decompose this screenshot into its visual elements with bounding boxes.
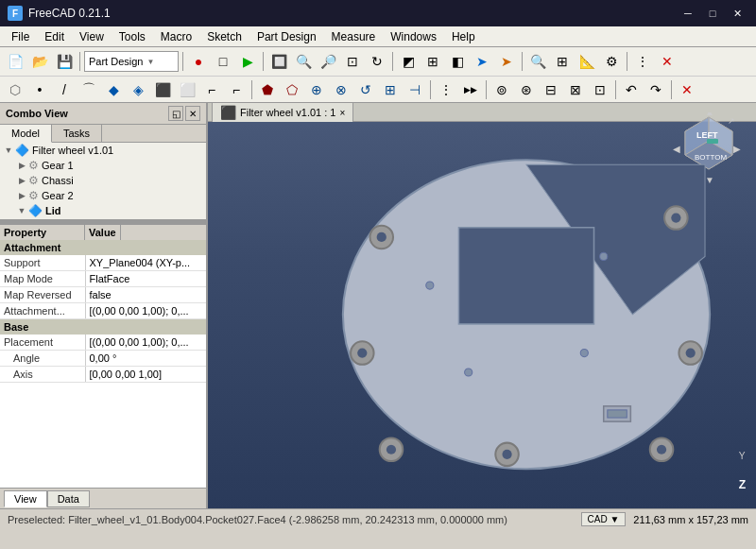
menu-measure[interactable]: Measure [324,28,384,45]
tb-zoom-out[interactable]: 🔎 [317,50,339,73]
dimensions-label: 211,63 mm x 157,23 mm [633,514,748,525]
prop-row-support[interactable]: Support XY_Plane004 (XY-p... [0,255,206,271]
prop-row-mapmode[interactable]: Map Mode FlatFace [0,271,206,287]
tb-settings[interactable]: ⚙ [600,50,623,73]
expand-gear2[interactable]: ▶ [15,191,28,200]
prop-name-axis: Axis [0,367,85,383]
prop-row-placement[interactable]: Placement [(0,00 0,00 1,00); 0,... [0,335,206,351]
expand-chassi[interactable]: ▶ [15,176,28,185]
tb2-array[interactable]: ⊞ [379,78,402,101]
svg-point-28 [502,449,511,458]
maximize-button[interactable]: □ [701,4,724,23]
tb2-extra1[interactable]: ⊚ [490,78,513,101]
left-panel: Combo View ◱ ✕ Model Tasks ▼ 🔷 Filter wh… [0,103,208,508]
tab-data[interactable]: Data [47,490,90,507]
tb-circle[interactable]: ● [187,50,210,73]
tb-square[interactable]: □ [212,50,234,73]
tree-label-root: Filter wheel v1.01 [32,145,113,156]
tb2-more[interactable]: ⋮ [435,78,457,101]
tb2-line[interactable]: / [53,78,76,101]
tb2-arc[interactable]: ⌒ [77,78,100,101]
tb2-point[interactable]: • [28,78,51,101]
workbench-dropdown[interactable]: Part Design ▼ [84,51,179,72]
tb-rotate[interactable]: ↻ [366,50,388,73]
tb2-shape2[interactable]: ◈ [127,78,149,101]
tb2-pad[interactable]: ⬛ [151,78,174,101]
tree-item-gear2[interactable]: ▶ ⚙ Gear 2 [0,188,206,203]
prop-row-angle[interactable]: Angle 0,00 ° [0,351,206,367]
menu-view[interactable]: View [72,28,112,45]
tb-view1[interactable]: ◩ [397,50,420,73]
combo-close-button[interactable]: ✕ [185,106,200,121]
tb2-pocket[interactable]: ⬜ [176,78,198,101]
save-button[interactable]: 💾 [53,50,76,73]
tb-arrow-right2[interactable]: ➤ [495,50,518,73]
combo-view-header: Combo View ◱ ✕ [0,103,206,125]
prop-row-attachment[interactable]: Attachment... [(0,00 0,00 1,00); 0,... [0,303,206,319]
tb-close-toolbar[interactable]: ✕ [656,50,679,73]
tb-measure-tool[interactable]: 📐 [576,50,598,73]
menu-help[interactable]: Help [444,28,483,45]
close-button[interactable]: ✕ [726,4,748,23]
tb-fit-all[interactable]: ⊡ [341,50,364,73]
tb-arrow[interactable]: ▶ [236,50,259,73]
tb2-mirror[interactable]: ⊣ [404,78,426,101]
tb2-extra4[interactable]: ⊠ [564,78,587,101]
prop-row-mapreversed[interactable]: Map Reversed false [0,287,206,303]
prop-val-placement: [(0,00 0,00 1,00); 0,... [85,335,206,351]
menu-file[interactable]: File [4,28,37,45]
tb-grid[interactable]: ⊞ [551,50,574,73]
combo-float-button[interactable]: ◱ [168,106,183,121]
tb2-extra2[interactable]: ⊛ [515,78,538,101]
tb2-extra3[interactable]: ⊟ [540,78,562,101]
tb-arrow-right[interactable]: ➤ [471,50,493,73]
tree-item-lid[interactable]: ▼ 🔷 Lid [0,203,206,218]
expand-lid[interactable]: ▼ [15,206,28,215]
tree-item-chassi[interactable]: ▶ ⚙ Chassi [0,173,206,188]
tb2-shape1[interactable]: ◆ [102,78,125,101]
expand-gear1[interactable]: ▶ [15,161,28,170]
tb-more[interactable]: ⋮ [631,50,654,73]
tb2-rot2[interactable]: ↷ [644,78,667,101]
chassi-icon: ⚙ [28,174,39,187]
tb2-chamfer[interactable]: ⌐ [225,78,248,101]
tab-tasks[interactable]: Tasks [52,125,102,142]
menu-macro[interactable]: Macro [153,28,199,45]
tb-magnify[interactable]: 🔍 [526,50,549,73]
combo-view-title: Combo View [6,108,68,119]
menu-tools[interactable]: Tools [112,28,153,45]
tb2-solid2[interactable]: ⬠ [281,78,303,101]
cad-arrow: ▼ [610,514,619,524]
prop-section-base: Base [0,319,206,335]
open-button[interactable]: 📂 [28,50,51,73]
menu-partdesign[interactable]: Part Design [249,28,324,45]
tab-view[interactable]: View [4,490,47,507]
tb2-more2[interactable]: ▶▶ [459,78,482,101]
tb-view2[interactable]: ⊞ [421,50,444,73]
tb-zoom-area[interactable]: 🔲 [267,50,290,73]
new-button[interactable]: 📄 [4,50,26,73]
tb2-pipe[interactable]: ↺ [354,78,377,101]
menu-sketch[interactable]: Sketch [199,28,249,45]
tb2-hole[interactable]: ⊗ [330,78,352,101]
prop-row-axis[interactable]: Axis [0,00 0,00 1,00] [0,367,206,383]
sep1 [79,52,80,71]
tb-view3[interactable]: ◧ [446,50,469,73]
tb2-sketch[interactable]: ⬡ [4,78,26,101]
minimize-button[interactable]: ─ [677,4,699,23]
tb2-rot1[interactable]: ↶ [620,78,643,101]
tb2-close-red[interactable]: ✕ [676,78,698,101]
tab-model[interactable]: Model [0,125,52,143]
expand-root[interactable]: ▼ [2,146,15,155]
tree-item-root[interactable]: ▼ 🔷 Filter wheel v1.01 [0,143,206,158]
menu-windows[interactable]: Windows [383,28,444,45]
tb-zoom-in[interactable]: 🔍 [292,50,315,73]
tb2-bool[interactable]: ⊕ [305,78,328,101]
tb2-extra5[interactable]: ⊡ [589,78,611,101]
cad-indicator[interactable]: CAD ▼ [581,512,627,526]
tree-item-gear1[interactable]: ▶ ⚙ Gear 1 [0,158,206,173]
toolbar-row2: ⬡ • / ⌒ ◆ ◈ ⬛ ⬜ ⌐ ⌐ ⬟ ⬠ ⊕ ⊗ ↺ ⊞ ⊣ ⋮ ▶▶ ⊚… [0,76,756,102]
menu-edit[interactable]: Edit [37,28,72,45]
tb2-solid1[interactable]: ⬟ [256,78,279,101]
tb2-fillet[interactable]: ⌐ [200,78,223,101]
